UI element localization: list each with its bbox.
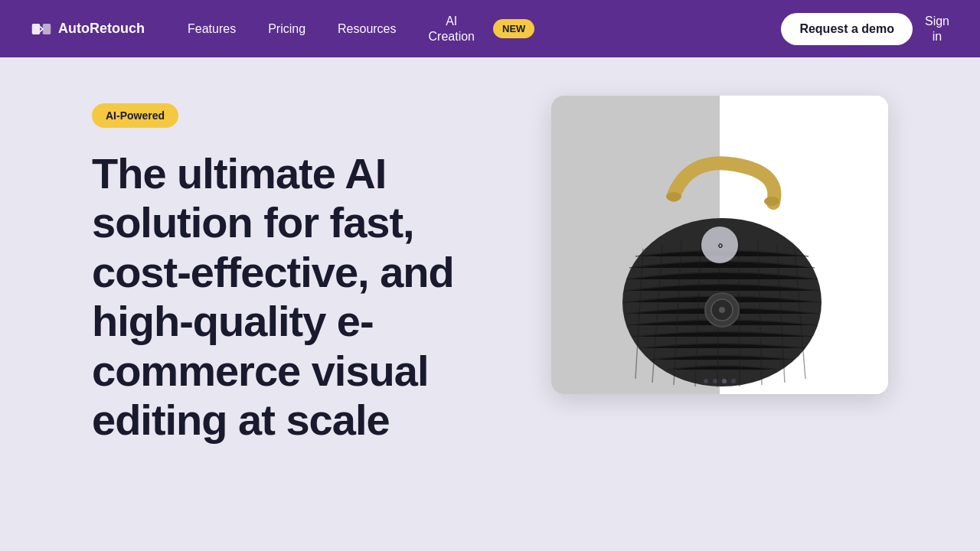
new-badge: NEW	[493, 19, 534, 38]
svg-point-3	[764, 197, 779, 206]
nav-resources[interactable]: Resources	[325, 16, 408, 42]
dot-4	[731, 379, 736, 383]
product-image-container: ‹›	[551, 96, 888, 394]
svg-point-2	[666, 192, 681, 201]
bag-illustration	[597, 134, 842, 394]
ai-powered-badge: AI-Powered	[92, 103, 178, 128]
request-demo-button[interactable]: Request a demo	[781, 13, 913, 45]
dot-3	[722, 379, 727, 383]
hero-right: ‹›	[551, 96, 888, 394]
logo-text: AutoRetouch	[58, 21, 145, 37]
svg-rect-1	[43, 24, 51, 34]
svg-rect-0	[32, 24, 41, 34]
svg-point-7	[719, 307, 725, 313]
nav-ai-creation-group: AI Creation NEW	[416, 8, 535, 49]
nav-features[interactable]: Features	[175, 16, 248, 42]
image-dots-indicator	[704, 379, 736, 383]
nav-links: Features Pricing Resources AI Creation N…	[175, 8, 781, 49]
dot-2	[713, 379, 717, 383]
hero-left: AI-Powered The ultimate AI solution for …	[92, 103, 505, 445]
logo[interactable]: AutoRetouch	[31, 18, 145, 40]
slider-arrows-icon: ‹›	[717, 239, 721, 251]
hero-section: AI-Powered The ultimate AI solution for …	[0, 57, 980, 551]
image-slider-button[interactable]: ‹›	[701, 227, 738, 263]
logo-icon	[31, 18, 52, 40]
signin-button[interactable]: Sign in	[925, 14, 949, 43]
nav-ai-creation[interactable]: AI Creation	[416, 8, 487, 49]
dot-1	[704, 379, 708, 383]
hero-title: The ultimate AI solution for fast, cost-…	[92, 149, 505, 445]
nav-pricing[interactable]: Pricing	[256, 16, 318, 42]
nav-right: Request a demo Sign in	[781, 13, 949, 45]
navbar: AutoRetouch Features Pricing Resources A…	[0, 0, 980, 57]
